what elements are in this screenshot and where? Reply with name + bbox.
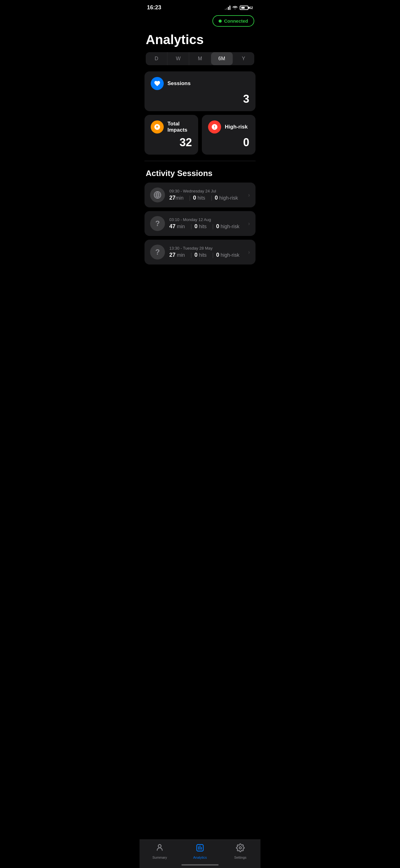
sessions-card-header: Sessions: [151, 77, 249, 90]
session-highrisk-label-1: high-risk: [218, 195, 238, 201]
section-divider: [144, 161, 256, 161]
session-hits-value-3: 0: [194, 252, 198, 258]
high-risk-value: 0: [208, 136, 249, 149]
session-duration-3: 27: [169, 252, 175, 258]
session-sport-icon-3: ?: [150, 245, 165, 259]
session-hits-label-1: hits: [196, 195, 205, 201]
connected-text: Connected: [224, 18, 248, 24]
session-duration-2: 47: [169, 223, 175, 230]
session-datetime-1: 09:30 - Wednesday 24 Jul: [169, 189, 244, 193]
session-datetime-3: 13:30 - Tuesday 28 May: [169, 246, 244, 251]
session-card-3[interactable]: ? 13:30 - Tuesday 28 May 27 min | 0 hits…: [144, 240, 256, 265]
sessions-value: 3: [151, 93, 249, 105]
wifi-icon: [232, 5, 238, 10]
session-highrisk-value-1: 0: [215, 195, 218, 201]
stats-section: Sessions 3 Total Impacts 32: [139, 71, 261, 155]
session-content-3: 13:30 - Tuesday 28 May 27 min | 0 hits |…: [169, 246, 244, 258]
status-bar: 16:23 62: [139, 0, 261, 13]
period-btn-y[interactable]: Y: [233, 52, 254, 65]
period-selector[interactable]: D W M 6M Y: [146, 52, 254, 65]
high-risk-header: High-risk: [208, 120, 249, 133]
session-chevron-2: ›: [248, 220, 250, 227]
session-hits-value-1: 0: [193, 195, 196, 201]
high-risk-label: High-risk: [225, 124, 248, 130]
total-impacts-label: Total Impacts: [167, 121, 192, 133]
session-card-1[interactable]: 09:30 - Wednesday 24 Jul 27 min | 0 hits…: [144, 183, 256, 207]
connected-badge-row: Connected: [139, 13, 261, 30]
status-icons: 62: [225, 5, 253, 10]
total-impacts-header: Total Impacts: [151, 120, 192, 133]
session-stats-1: 27 min | 0 hits | 0 high-risk: [169, 195, 244, 201]
period-btn-6m[interactable]: 6M: [211, 52, 233, 65]
session-chevron-1: ›: [248, 192, 250, 198]
session-min-label-1: min: [175, 195, 184, 201]
session-stats-3: 27 min | 0 hits | 0 high-risk: [169, 252, 244, 258]
session-highrisk-value-3: 0: [216, 252, 219, 258]
high-risk-card[interactable]: High-risk 0: [202, 115, 256, 155]
session-stats-2: 47 min | 0 hits | 0 high-risk: [169, 223, 244, 230]
period-btn-w[interactable]: W: [167, 52, 189, 65]
total-impacts-card[interactable]: Total Impacts 32: [144, 115, 198, 155]
session-sport-icon-1: [150, 187, 165, 203]
session-hits-label-2: hits: [198, 224, 206, 229]
session-hits-value-2: 0: [194, 223, 198, 230]
session-content-2: 03:10 - Monday 12 Aug 47 min | 0 hits | …: [169, 217, 244, 230]
activity-sessions-title: Activity Sessions: [139, 167, 261, 183]
period-btn-d[interactable]: D: [146, 52, 167, 65]
period-btn-m[interactable]: M: [189, 52, 211, 65]
session-content-1: 09:30 - Wednesday 24 Jul 27 min | 0 hits…: [169, 189, 244, 201]
session-hits-label-3: hits: [198, 252, 206, 258]
high-risk-icon: [208, 120, 221, 133]
session-sport-icon-2: ?: [150, 216, 165, 231]
total-impacts-icon: [151, 120, 164, 133]
sessions-icon: [151, 77, 164, 90]
session-duration-1: 27: [169, 195, 175, 201]
session-min-label-3: min: [175, 252, 185, 258]
sessions-label: Sessions: [167, 81, 191, 87]
session-card-2[interactable]: ? 03:10 - Monday 12 Aug 47 min | 0 hits …: [144, 211, 256, 236]
connected-badge: Connected: [212, 15, 254, 27]
battery-icon: [240, 6, 248, 10]
status-time: 16:23: [147, 4, 161, 11]
total-impacts-value: 32: [151, 136, 192, 149]
session-datetime-2: 03:10 - Monday 12 Aug: [169, 217, 244, 222]
session-highrisk-label-2: high-risk: [219, 224, 239, 229]
session-highrisk-label-3: high-risk: [219, 252, 239, 258]
battery-level: 62: [249, 6, 253, 10]
connected-dot-icon: [219, 20, 222, 23]
page-title: Analytics: [139, 30, 261, 52]
session-min-label-2: min: [175, 224, 185, 229]
session-highrisk-value-2: 0: [216, 223, 219, 230]
impact-highrisk-row: Total Impacts 32 High-risk 0: [144, 115, 256, 155]
sessions-card[interactable]: Sessions 3: [144, 71, 256, 111]
signal-bars-icon: [225, 6, 230, 10]
session-chevron-3: ›: [248, 249, 250, 255]
battery-container: 62: [240, 6, 253, 10]
